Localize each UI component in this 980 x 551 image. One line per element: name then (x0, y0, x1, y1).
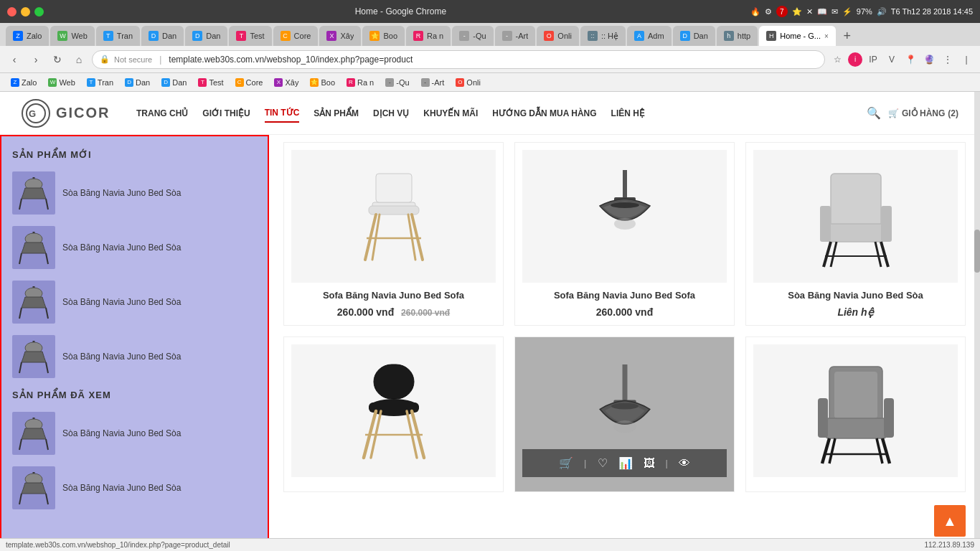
reload-button[interactable]: ↻ (49, 51, 66, 68)
nav-lien-he[interactable]: LIÊN HỆ (611, 105, 645, 122)
svg-rect-62 (818, 398, 828, 438)
tab-http[interactable]: h http (717, 26, 758, 46)
extension-icon-3[interactable]: V (884, 52, 900, 67)
maximize-button[interactable] (34, 7, 44, 17)
tab-dan3[interactable]: D Dan (673, 26, 715, 46)
bookmark-core-label: Core (246, 78, 263, 87)
product-card-6[interactable] (745, 336, 966, 492)
nav-khuyen-mai[interactable]: KHUYẾN MÃI (423, 105, 478, 122)
address-input[interactable]: 🔒 Not secure | template.web30s.com.vn/we… (92, 50, 825, 69)
svg-line-17 (46, 362, 48, 373)
extension-icon-2[interactable]: IP (865, 52, 881, 67)
nav-huong-dan[interactable]: HƯỚNG DẪN MUA HÀNG (492, 105, 596, 122)
tab-favicon-test: T (236, 31, 246, 41)
extension-icon-5[interactable]: 🔮 (921, 52, 937, 67)
home-button[interactable]: ⌂ (70, 51, 88, 68)
bookmark-xay[interactable]: X Xây (269, 77, 303, 88)
bookmark-tran[interactable]: T Tran (82, 77, 118, 88)
bookmark-dan2[interactable]: D Dan (156, 77, 192, 88)
product-card-2[interactable]: Sofa Băng Navia Juno Bed Sofa 260.000 vn… (514, 142, 735, 326)
sidebar-product-1[interactable]: Sòa Băng Navia Juno Bed Sòa (1, 166, 268, 220)
product-card-1[interactable]: Sofa Băng Navia Juno Bed Sofa 260.000 vn… (283, 142, 504, 326)
svg-line-16 (19, 362, 22, 373)
tab-qu[interactable]: - -Qu (452, 26, 493, 46)
bookmark-star-icon[interactable]: ☆ (829, 52, 845, 67)
bookmark-qu[interactable]: - -Qu (380, 77, 414, 88)
svg-rect-55 (622, 364, 627, 402)
tab-web[interactable]: W Web (50, 26, 94, 46)
tab-xay[interactable]: X Xây (319, 26, 361, 46)
new-tab-button[interactable]: + (837, 26, 857, 46)
window-controls[interactable] (7, 7, 44, 17)
tab-ran[interactable]: R Ra n (406, 26, 451, 46)
compare-overlay-icon[interactable]: 📊 (618, 456, 633, 470)
logo-text: GICOR (56, 105, 110, 121)
bookmark-art[interactable]: - -Art (416, 77, 450, 88)
tab-favicon-core: C (281, 31, 291, 41)
tab-close-active[interactable]: × (824, 32, 829, 40)
tab-dan2[interactable]: D Dan (185, 26, 227, 46)
bookmark-boo[interactable]: ⭐ Boo (305, 77, 340, 88)
svg-rect-27 (376, 174, 412, 202)
wishlist-overlay-icon[interactable]: ♡ (598, 456, 608, 470)
tab-zalo[interactable]: Z Zalo (6, 26, 49, 46)
logo[interactable]: G GICOR (22, 99, 115, 128)
back-button[interactable]: ‹ (6, 51, 23, 68)
cart-label: GIỎ HÀNG (902, 108, 945, 118)
product-card-3[interactable]: Sòa Băng Navia Juno Bed Sòa Liên hệ (745, 142, 966, 326)
svg-line-25 (46, 494, 48, 504)
nav-tin-tuc[interactable]: TIN TỨC (265, 104, 300, 123)
tab-tran[interactable]: T Tran (96, 26, 140, 46)
sidebar-viewed-1[interactable]: Sòa Băng Navia Juno Bed Sòa (1, 406, 268, 461)
tab-dan1[interactable]: D Dan (141, 26, 184, 46)
sidebar-product-2[interactable]: Sòa Băng Navia Juno Bed Sòa (1, 220, 268, 275)
tab-onli[interactable]: O Onli (537, 26, 579, 46)
search-button[interactable]: 🔍 (867, 106, 881, 120)
tab-boo[interactable]: ⭐ Boo (362, 26, 405, 46)
bookmark-test[interactable]: T Test (193, 77, 228, 88)
bookmark-core[interactable]: C Core (230, 77, 268, 88)
extension-icon-4[interactable]: 📍 (903, 52, 918, 67)
bookmark-web[interactable]: W Web (43, 77, 80, 88)
bookmark-dan1[interactable]: D Dan (120, 77, 155, 88)
window-title: Home - Google Chrome (51, 6, 750, 17)
site-navbar: G GICOR TRANG CHỦ GIỚI THIỆU TIN TỨC SẢN… (0, 92, 980, 135)
cart-button[interactable]: 🛒 GIỎ HÀNG (2) (888, 108, 958, 118)
bookmark-onli[interactable]: O Onli (451, 77, 486, 88)
sidebar-product-4[interactable]: Sòa Băng Navia Juno Bed Sòa (1, 329, 268, 384)
tab-h-active[interactable]: H Home - G... × (759, 26, 836, 46)
product-card-4[interactable] (283, 336, 504, 492)
clock: T6 Th12 28 2018 14:45 (891, 7, 973, 16)
sidebar-viewed-2[interactable]: Sòa Băng Navia Juno Bed Sòa (1, 461, 268, 515)
nav-trang-chu[interactable]: TRANG CHỦ (136, 105, 188, 122)
scrollbar-thumb[interactable] (974, 230, 980, 273)
tab-he[interactable]: :: :: Hệ (580, 26, 626, 46)
gallery-overlay-icon[interactable]: 🖼 (644, 457, 655, 470)
extension-icon-1[interactable]: i (848, 52, 862, 67)
nav-dich-vu[interactable]: DỊCH VỤ (373, 105, 409, 122)
forward-button[interactable]: › (27, 51, 44, 68)
back-to-top-button[interactable]: ▲ (934, 505, 966, 537)
tab-adm[interactable]: A Adm (627, 26, 672, 46)
scrollbar-track[interactable] (974, 92, 980, 551)
close-button[interactable] (7, 7, 17, 17)
minimize-button[interactable] (21, 7, 30, 17)
sidebar-product-img-4 (12, 335, 55, 378)
menu-button[interactable]: ⋮ (940, 52, 956, 67)
cart-overlay-icon[interactable]: 🛒 (559, 456, 573, 470)
tab-core[interactable]: C Core (273, 26, 319, 46)
bookmark-ran[interactable]: R Ra n (341, 77, 379, 88)
product-price-2: 260.000 vnđ (596, 306, 653, 318)
svg-line-20 (19, 439, 22, 450)
view-overlay-icon[interactable]: 👁 (679, 457, 690, 470)
tab-test[interactable]: T Test (229, 26, 271, 46)
product-card-5[interactable]: 🛒 | ♡ 📊 🖼 | 👁 (514, 336, 735, 492)
nav-gioi-thieu[interactable]: GIỚI THIỆU (202, 105, 250, 122)
tab-art[interactable]: - -Art (495, 26, 536, 46)
nav-san-pham[interactable]: SẢN PHẨM (314, 105, 359, 122)
bookmark-zalo[interactable]: Z Zalo (6, 77, 42, 88)
security-lock-icon: 🔒 (100, 55, 110, 64)
sidebar-product-img-1 (12, 171, 55, 215)
sidebar-viewed-name-2: Sòa Băng Navia Juno Bed Sòa (62, 482, 181, 494)
sidebar-product-3[interactable]: Sòa Băng Navia Juno Bed Sòa (1, 275, 268, 329)
